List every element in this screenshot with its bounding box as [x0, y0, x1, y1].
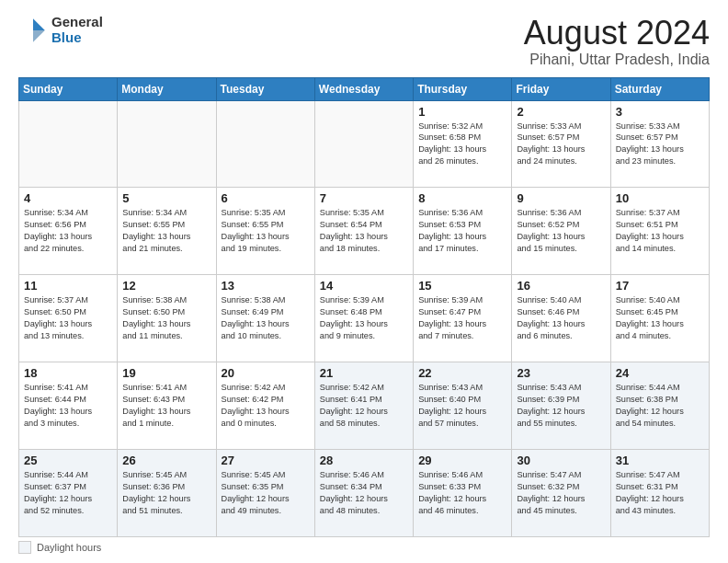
day-info: Sunrise: 5:34 AM Sunset: 6:55 PM Dayligh…	[122, 207, 210, 255]
calendar-cell: 9Sunrise: 5:36 AM Sunset: 6:52 PM Daylig…	[512, 188, 610, 275]
day-info: Sunrise: 5:39 AM Sunset: 6:47 PM Dayligh…	[418, 294, 506, 342]
logo-general-text: General	[51, 15, 103, 30]
day-info: Sunrise: 5:37 AM Sunset: 6:50 PM Dayligh…	[24, 294, 112, 342]
calendar-cell: 12Sunrise: 5:38 AM Sunset: 6:50 PM Dayli…	[118, 275, 216, 362]
calendar-cell: 27Sunrise: 5:45 AM Sunset: 6:35 PM Dayli…	[216, 450, 314, 537]
day-info: Sunrise: 5:42 AM Sunset: 6:42 PM Dayligh…	[222, 382, 310, 430]
day-number: 21	[320, 366, 408, 380]
day-number: 27	[222, 454, 310, 467]
day-number: 3	[616, 105, 704, 119]
day-info: Sunrise: 5:43 AM Sunset: 6:40 PM Dayligh…	[418, 382, 506, 430]
col-tuesday: Tuesday	[216, 77, 314, 100]
day-info: Sunrise: 5:35 AM Sunset: 6:55 PM Dayligh…	[222, 207, 310, 255]
calendar-cell: 26Sunrise: 5:45 AM Sunset: 6:36 PM Dayli…	[118, 450, 216, 537]
logo-text: General Blue	[51, 15, 103, 45]
logo-blue-text: Blue	[51, 30, 103, 46]
col-sunday: Sunday	[19, 77, 118, 100]
calendar-cell: 18Sunrise: 5:41 AM Sunset: 6:44 PM Dayli…	[19, 362, 118, 450]
calendar-cell	[216, 100, 314, 188]
calendar-week-3: 11Sunrise: 5:37 AM Sunset: 6:50 PM Dayli…	[19, 275, 710, 362]
day-number: 23	[517, 366, 605, 380]
calendar-cell	[19, 100, 118, 188]
calendar-cell: 17Sunrise: 5:40 AM Sunset: 6:45 PM Dayli…	[610, 275, 709, 362]
day-number: 24	[616, 366, 704, 380]
day-info: Sunrise: 5:41 AM Sunset: 6:44 PM Dayligh…	[24, 382, 112, 430]
calendar-week-2: 4Sunrise: 5:34 AM Sunset: 6:56 PM Daylig…	[19, 188, 710, 275]
day-number: 2	[517, 105, 605, 119]
col-wednesday: Wednesday	[314, 77, 413, 100]
calendar-week-4: 18Sunrise: 5:41 AM Sunset: 6:44 PM Dayli…	[19, 362, 710, 450]
main-title: August 2024	[524, 15, 710, 52]
day-info: Sunrise: 5:42 AM Sunset: 6:41 PM Dayligh…	[320, 382, 408, 430]
day-number: 25	[24, 454, 112, 467]
calendar-cell: 2Sunrise: 5:33 AM Sunset: 6:57 PM Daylig…	[512, 100, 610, 188]
day-info: Sunrise: 5:40 AM Sunset: 6:45 PM Dayligh…	[616, 294, 704, 342]
calendar-cell: 20Sunrise: 5:42 AM Sunset: 6:42 PM Dayli…	[216, 362, 314, 450]
day-info: Sunrise: 5:43 AM Sunset: 6:39 PM Dayligh…	[517, 382, 605, 430]
calendar-cell: 16Sunrise: 5:40 AM Sunset: 6:46 PM Dayli…	[512, 275, 610, 362]
day-number: 17	[616, 279, 704, 293]
day-number: 10	[616, 191, 704, 205]
calendar-cell: 28Sunrise: 5:46 AM Sunset: 6:34 PM Dayli…	[314, 450, 413, 537]
day-info: Sunrise: 5:34 AM Sunset: 6:56 PM Dayligh…	[24, 207, 112, 255]
day-info: Sunrise: 5:36 AM Sunset: 6:52 PM Dayligh…	[517, 207, 605, 255]
day-info: Sunrise: 5:44 AM Sunset: 6:37 PM Dayligh…	[24, 469, 112, 517]
day-number: 19	[122, 366, 210, 380]
calendar-cell: 21Sunrise: 5:42 AM Sunset: 6:41 PM Dayli…	[314, 362, 413, 450]
day-number: 5	[122, 191, 210, 205]
day-number: 22	[418, 366, 506, 380]
svg-marker-0	[33, 18, 45, 30]
calendar-cell: 30Sunrise: 5:47 AM Sunset: 6:32 PM Dayli…	[512, 450, 610, 537]
header: General Blue August 2024 Pihani, Uttar P…	[18, 15, 710, 68]
calendar-cell: 8Sunrise: 5:36 AM Sunset: 6:53 PM Daylig…	[414, 188, 512, 275]
day-number: 31	[616, 454, 704, 467]
day-info: Sunrise: 5:46 AM Sunset: 6:33 PM Dayligh…	[418, 469, 506, 517]
calendar-cell: 3Sunrise: 5:33 AM Sunset: 6:57 PM Daylig…	[610, 100, 709, 188]
col-saturday: Saturday	[610, 77, 709, 100]
day-number: 14	[320, 279, 408, 293]
day-info: Sunrise: 5:35 AM Sunset: 6:54 PM Dayligh…	[320, 207, 408, 255]
calendar-cell: 11Sunrise: 5:37 AM Sunset: 6:50 PM Dayli…	[19, 275, 118, 362]
calendar-cell	[118, 100, 216, 188]
day-number: 9	[517, 191, 605, 205]
col-monday: Monday	[118, 77, 216, 100]
calendar-cell: 31Sunrise: 5:47 AM Sunset: 6:31 PM Dayli…	[610, 450, 709, 537]
day-info: Sunrise: 5:38 AM Sunset: 6:50 PM Dayligh…	[122, 294, 210, 342]
day-number: 7	[320, 191, 408, 205]
subtitle: Pihani, Uttar Pradesh, India	[524, 52, 710, 68]
calendar-week-5: 25Sunrise: 5:44 AM Sunset: 6:37 PM Dayli…	[19, 450, 710, 537]
calendar-week-1: 1Sunrise: 5:32 AM Sunset: 6:58 PM Daylig…	[19, 100, 710, 188]
day-info: Sunrise: 5:33 AM Sunset: 6:57 PM Dayligh…	[517, 121, 605, 168]
calendar-cell: 14Sunrise: 5:39 AM Sunset: 6:48 PM Dayli…	[314, 275, 413, 362]
calendar-cell: 24Sunrise: 5:44 AM Sunset: 6:38 PM Dayli…	[610, 362, 709, 450]
calendar-cell: 6Sunrise: 5:35 AM Sunset: 6:55 PM Daylig…	[216, 188, 314, 275]
day-number: 28	[320, 454, 408, 467]
calendar-header-row: Sunday Monday Tuesday Wednesday Thursday…	[19, 77, 710, 100]
day-number: 13	[222, 279, 310, 293]
day-info: Sunrise: 5:44 AM Sunset: 6:38 PM Dayligh…	[616, 382, 704, 430]
day-info: Sunrise: 5:36 AM Sunset: 6:53 PM Dayligh…	[418, 207, 506, 255]
footer-label: Daylight hours	[37, 542, 101, 553]
day-info: Sunrise: 5:33 AM Sunset: 6:57 PM Dayligh…	[616, 121, 704, 168]
logo-icon	[18, 16, 48, 45]
title-block: August 2024 Pihani, Uttar Pradesh, India	[524, 15, 710, 68]
calendar-cell	[314, 100, 413, 188]
day-info: Sunrise: 5:46 AM Sunset: 6:34 PM Dayligh…	[320, 469, 408, 517]
calendar-cell: 22Sunrise: 5:43 AM Sunset: 6:40 PM Dayli…	[414, 362, 512, 450]
day-number: 1	[418, 105, 506, 119]
calendar-cell: 23Sunrise: 5:43 AM Sunset: 6:39 PM Dayli…	[512, 362, 610, 450]
day-number: 18	[24, 366, 112, 380]
day-info: Sunrise: 5:37 AM Sunset: 6:51 PM Dayligh…	[616, 207, 704, 255]
day-info: Sunrise: 5:47 AM Sunset: 6:32 PM Dayligh…	[517, 469, 605, 517]
day-info: Sunrise: 5:32 AM Sunset: 6:58 PM Dayligh…	[418, 121, 506, 168]
day-number: 15	[418, 279, 506, 293]
daylight-box	[18, 541, 31, 554]
calendar-cell: 25Sunrise: 5:44 AM Sunset: 6:37 PM Dayli…	[19, 450, 118, 537]
day-info: Sunrise: 5:38 AM Sunset: 6:49 PM Dayligh…	[222, 294, 310, 342]
calendar-cell: 19Sunrise: 5:41 AM Sunset: 6:43 PM Dayli…	[118, 362, 216, 450]
day-number: 20	[222, 366, 310, 380]
day-number: 12	[122, 279, 210, 293]
calendar-cell: 13Sunrise: 5:38 AM Sunset: 6:49 PM Dayli…	[216, 275, 314, 362]
svg-marker-1	[33, 30, 45, 42]
day-info: Sunrise: 5:45 AM Sunset: 6:36 PM Dayligh…	[122, 469, 210, 517]
